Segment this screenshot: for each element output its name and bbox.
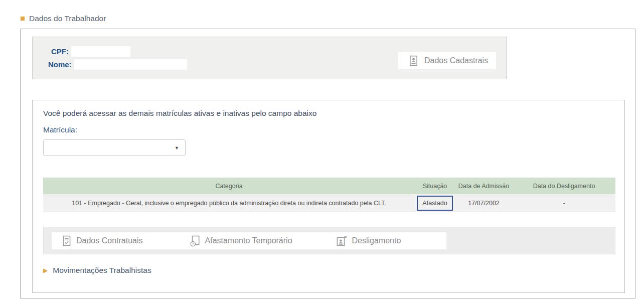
dados-contratuais-button[interactable]: Dados Contratuais	[62, 235, 143, 246]
cpf-label: CPF:	[51, 47, 69, 56]
situacao-status-badge[interactable]: Afastado	[417, 196, 452, 211]
person-card-x-icon	[337, 236, 347, 246]
section-title: Dados do Trabalhador	[21, 14, 106, 23]
orange-square-bullet-icon	[21, 17, 25, 21]
matriculas-table: Categoria Situação Data de Admissão Data…	[43, 178, 615, 212]
cell-data-desligamento: -	[513, 200, 615, 207]
matricula-actions-band: Dados Contratuais Afastamento Temporário	[52, 232, 446, 249]
matriculas-info-text: Você poderá acessar as demais matrículas…	[43, 109, 316, 118]
dados-cadastrais-label: Dados Cadastrais	[424, 56, 488, 65]
dados-trabalhador-panel: CPF: Nome: Dados Cadastrais Você poderá …	[20, 29, 635, 298]
person-card-icon	[409, 55, 418, 66]
dados-contratuais-label: Dados Contratuais	[76, 236, 143, 245]
afastamento-temporario-label: Afastamento Temporário	[205, 236, 292, 245]
desligamento-label: Desligamento	[352, 236, 401, 245]
afastamento-temporario-button[interactable]: Afastamento Temporário	[190, 235, 292, 247]
matricula-label: Matrícula:	[43, 125, 77, 134]
matricula-actions-strip: Dados Contratuais Afastamento Temporário	[43, 227, 615, 254]
header-data-admissao: Data de Admissão	[455, 183, 513, 190]
cell-data-admissao: 17/07/2002	[455, 200, 513, 207]
cpf-value	[71, 46, 130, 57]
nome-label: Nome:	[48, 60, 72, 69]
header-data-desligamento: Data do Desligamento	[513, 183, 615, 190]
matriculas-panel: Você poderá acessar as demais matrículas…	[32, 100, 625, 293]
header-categoria: Categoria	[43, 183, 415, 190]
table-header-row: Categoria Situação Data de Admissão Data…	[43, 178, 615, 194]
document-clock-icon	[190, 235, 200, 247]
section-title-label: Dados do Trabalhador	[29, 14, 106, 23]
cell-situacao: Afastado	[415, 196, 455, 211]
cell-categoria: 101 - Empregado - Geral, inclusive o emp…	[43, 200, 415, 207]
header-situacao: Situação	[415, 183, 455, 190]
cpf-field-row: CPF:	[51, 46, 130, 57]
desligamento-button[interactable]: Desligamento	[337, 236, 401, 246]
movimentacoes-trabalhistas-accordion[interactable]: ▶ Movimentações Trabalhistas	[43, 266, 151, 275]
chevron-down-icon: ▼	[175, 145, 179, 151]
nome-field-row: Nome:	[48, 59, 187, 70]
nome-value	[74, 59, 187, 70]
document-check-icon	[62, 235, 71, 246]
matricula-select[interactable]: ▼	[43, 139, 186, 156]
dados-cadastrais-button[interactable]: Dados Cadastrais	[398, 52, 496, 69]
movimentacoes-trabalhistas-label: Movimentações Trabalhistas	[53, 266, 151, 275]
worker-identity-panel: CPF: Nome: Dados Cadastrais	[32, 37, 507, 79]
table-row: 101 - Empregado - Geral, inclusive o emp…	[43, 194, 615, 212]
accordion-arrow-icon: ▶	[43, 267, 48, 274]
